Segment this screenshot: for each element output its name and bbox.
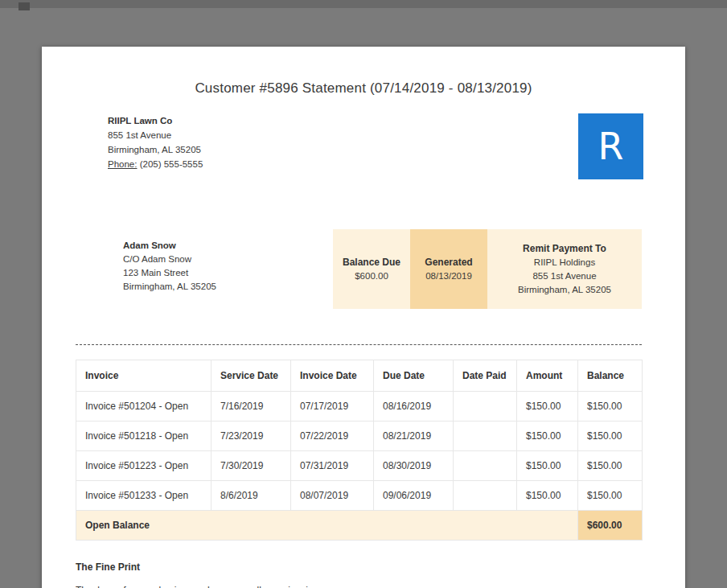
invoice-cell: 7/30/2019 (212, 451, 291, 481)
viewer-top-artifact (18, 2, 30, 10)
invoice-table-body: Invoice #501204 - Open7/16/201907/17/201… (76, 392, 643, 511)
invoice-cell: $150.00 (578, 481, 643, 511)
invoice-cell: $150.00 (578, 451, 643, 481)
header-section: RIIPL Lawn Co 855 1st Avenue Birmingham,… (108, 113, 643, 179)
page-title: Customer #5896 Statement (07/14/2019 - 0… (42, 80, 685, 97)
invoice-cell (454, 392, 517, 421)
phone-number: (205) 555-5555 (140, 159, 203, 169)
company-logo: R (578, 113, 643, 179)
column-header: Amount (517, 360, 578, 392)
column-header: Balance (578, 360, 643, 392)
invoice-cell (454, 421, 517, 451)
remit-line3: Birmingham, AL 35205 (518, 283, 611, 297)
company-address-line2: Birmingham, AL 35205 (108, 142, 203, 157)
invoice-cell: 7/16/2019 (212, 392, 291, 421)
phone-label: Phone: (108, 159, 137, 169)
column-header: Service Date (212, 360, 291, 392)
fine-print-body: Thank you for your business, please pay … (76, 584, 642, 588)
invoice-cell: $150.00 (517, 481, 578, 511)
balance-due-cell: Balance Due $600.00 (333, 229, 410, 309)
company-name: RIIPL Lawn Co (108, 113, 203, 128)
invoice-row: Invoice #501204 - Open7/16/201907/17/201… (76, 392, 643, 421)
remit-line2: 855 1st Avenue (532, 269, 596, 283)
fine-print-section: The Fine Print Thank you for your busine… (76, 561, 642, 588)
fine-print-heading: The Fine Print (76, 561, 642, 573)
invoice-cell: $150.00 (517, 451, 578, 481)
open-balance-label: Open Balance (76, 511, 578, 541)
dashed-divider (76, 344, 642, 345)
invoice-cell: 08/07/2019 (291, 481, 374, 511)
logo-letter: R (598, 128, 624, 165)
invoice-cell (454, 481, 517, 511)
invoice-cell: $150.00 (578, 392, 643, 421)
customer-line1: C/O Adam Snow (123, 253, 216, 266)
balance-due-value: $600.00 (355, 269, 388, 283)
invoice-table-header-row: InvoiceService DateInvoice DateDue DateD… (76, 360, 643, 392)
generated-label: Generated (425, 256, 472, 269)
customer-name: Adam Snow (123, 239, 216, 253)
invoice-cell: 09/06/2019 (374, 481, 454, 511)
open-balance-value: $600.00 (578, 511, 643, 541)
invoice-cell: Invoice #501204 - Open (76, 392, 212, 421)
open-balance-row: Open Balance $600.00 (76, 511, 643, 541)
company-address-line1: 855 1st Avenue (108, 128, 203, 142)
customer-address: Adam Snow C/O Adam Snow 123 Main Street … (123, 229, 216, 294)
remit-line1: RIIPL Holdings (534, 256, 595, 269)
invoice-cell: 08/21/2019 (374, 421, 454, 451)
column-header: Invoice Date (291, 360, 374, 392)
invoice-cell: Invoice #501223 - Open (76, 451, 212, 481)
customer-line3: Birmingham, AL 35205 (123, 280, 216, 294)
invoice-row: Invoice #501233 - Open8/6/201908/07/2019… (76, 481, 643, 511)
invoice-cell: Invoice #501233 - Open (76, 481, 212, 511)
company-info: RIIPL Lawn Co 855 1st Avenue Birmingham,… (108, 113, 203, 171)
invoice-cell: $150.00 (578, 421, 643, 451)
invoice-cell: 07/31/2019 (291, 451, 374, 481)
invoice-cell: Invoice #501218 - Open (76, 421, 212, 451)
viewer-top-strip (0, 0, 727, 8)
invoice-table: InvoiceService DateInvoice DateDue DateD… (76, 360, 643, 541)
invoice-cell: 07/17/2019 (291, 392, 374, 421)
invoice-row: Invoice #501223 - Open7/30/201907/31/201… (76, 451, 643, 481)
statement-page: Customer #5896 Statement (07/14/2019 - 0… (42, 47, 685, 588)
invoice-cell: $150.00 (517, 392, 578, 421)
column-header: Due Date (374, 360, 454, 392)
generated-value: 08/13/2019 (425, 269, 472, 283)
invoice-cell: 08/16/2019 (374, 392, 454, 421)
remit-label: Remit Payment To (523, 242, 606, 256)
column-header: Date Paid (454, 360, 517, 392)
column-header: Invoice (76, 360, 212, 392)
company-phone: Phone: (205) 555-5555 (108, 157, 203, 171)
invoice-cell: 8/6/2019 (212, 481, 291, 511)
invoice-cell: 7/23/2019 (212, 421, 291, 451)
customer-line2: 123 Main Street (123, 266, 216, 280)
remit-payment-cell: Remit Payment To RIIPL Holdings 855 1st … (487, 229, 642, 309)
generated-cell: Generated 08/13/2019 (410, 229, 487, 309)
invoice-cell: 07/22/2019 (291, 421, 374, 451)
invoice-row: Invoice #501218 - Open7/23/201907/22/201… (76, 421, 643, 451)
invoice-cell: $150.00 (517, 421, 578, 451)
summary-box: Balance Due $600.00 Generated 08/13/2019… (333, 229, 642, 309)
invoice-cell (454, 451, 517, 481)
invoice-cell: 08/30/2019 (374, 451, 454, 481)
balance-due-label: Balance Due (343, 256, 400, 269)
billing-section: Adam Snow C/O Adam Snow 123 Main Street … (123, 229, 642, 309)
